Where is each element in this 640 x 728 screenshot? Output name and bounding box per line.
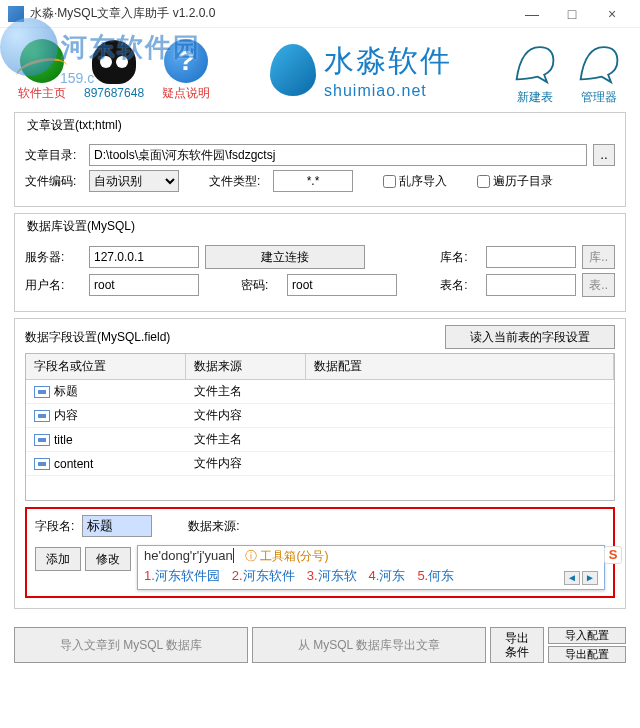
ime-popup: he'dong'r'j'yuan 工具箱(分号) 1.河东软件园2.河东软件3.… bbox=[137, 545, 605, 590]
read-fields-button[interactable]: 读入当前表的字段设置 bbox=[445, 325, 615, 349]
table-row[interactable]: title文件主名 bbox=[26, 428, 614, 452]
dolphin-icon bbox=[576, 35, 622, 87]
field-icon bbox=[34, 434, 50, 446]
table-browse-button[interactable]: 表.. bbox=[582, 273, 615, 297]
brand-url: shuimiao.net bbox=[324, 82, 452, 100]
ime-prev-button[interactable]: ◄ bbox=[564, 571, 580, 585]
table-row[interactable]: 标题文件主名 bbox=[26, 380, 614, 404]
db-settings-group: 数据库设置(MySQL) 服务器: 建立连接 库名: 库.. 用户名: 密码: … bbox=[14, 213, 626, 312]
export-config-button[interactable]: 导出配置 bbox=[548, 646, 626, 663]
toolbar-manager-label: 管理器 bbox=[581, 89, 617, 106]
dolphin-icon bbox=[512, 35, 558, 87]
app-icon bbox=[8, 6, 24, 22]
window-title: 水淼·MySQL文章入库助手 v1.2.0.0 bbox=[30, 5, 512, 22]
fieldname-label: 字段名: bbox=[35, 518, 74, 535]
article-settings-group: 文章设置(txt;html) 文章目录: .. 文件编码: 自动识别 文件类型:… bbox=[14, 112, 626, 207]
minimize-button[interactable]: — bbox=[512, 6, 552, 22]
maximize-button[interactable]: □ bbox=[552, 6, 592, 22]
import-config-button[interactable]: 导入配置 bbox=[548, 627, 626, 644]
table-label: 表名: bbox=[440, 277, 480, 294]
export-articles-button[interactable]: 从 MySQL 数据库导出文章 bbox=[252, 627, 486, 663]
toolbar-qq-label: 897687648 bbox=[84, 86, 144, 100]
toolbar-newtable-label: 新建表 bbox=[517, 89, 553, 106]
col-config[interactable]: 数据配置 bbox=[306, 354, 614, 379]
field-icon bbox=[34, 386, 50, 398]
server-input[interactable] bbox=[89, 246, 199, 268]
random-import-checkbox[interactable]: 乱序导入 bbox=[383, 173, 447, 190]
ime-next-button[interactable]: ► bbox=[582, 571, 598, 585]
connect-button[interactable]: 建立连接 bbox=[205, 245, 365, 269]
field-icon bbox=[34, 410, 50, 422]
toolbar-manager[interactable]: 管理器 bbox=[576, 35, 622, 106]
field-icon bbox=[34, 458, 50, 470]
field-edit-panel: 字段名: 数据来源: 添加 修改 he'dong'r'j'yuan 工具箱(分号… bbox=[25, 507, 615, 598]
ime-candidates: 1.河东软件园2.河东软件3.河东软4.河东5.何东 bbox=[144, 567, 598, 585]
toolbar-help[interactable]: ? 疑点说明 bbox=[162, 39, 210, 102]
qq-icon bbox=[92, 40, 136, 84]
close-button[interactable]: × bbox=[592, 6, 632, 22]
pass-label: 密码: bbox=[241, 277, 281, 294]
toolbar-qq[interactable]: 897687648 bbox=[84, 40, 144, 100]
export-condition-button[interactable]: 导出 条件 bbox=[490, 627, 544, 663]
globe-icon bbox=[20, 39, 64, 83]
drop-icon bbox=[270, 44, 316, 96]
sogou-icon: S bbox=[604, 546, 622, 564]
dir-input[interactable] bbox=[89, 144, 587, 166]
ime-candidate[interactable]: 3.河东软 bbox=[307, 567, 357, 585]
toolbar: 软件主页 897687648 ? 疑点说明 水淼软件 shuimiao.net … bbox=[0, 28, 640, 108]
table-row[interactable]: content文件内容 bbox=[26, 452, 614, 476]
ime-input-text: he'dong'r'j'yuan bbox=[144, 548, 234, 563]
import-articles-button[interactable]: 导入文章到 MySQL 数据库 bbox=[14, 627, 248, 663]
ime-candidate[interactable]: 1.河东软件园 bbox=[144, 567, 220, 585]
field-settings-group: 数据字段设置(MySQL.field) 读入当前表的字段设置 字段名或位置 数据… bbox=[14, 318, 626, 609]
add-button[interactable]: 添加 bbox=[35, 547, 81, 571]
user-input[interactable] bbox=[89, 274, 199, 296]
server-label: 服务器: bbox=[25, 249, 83, 266]
brand: 水淼软件 shuimiao.net bbox=[228, 41, 494, 100]
fieldname-input[interactable] bbox=[82, 515, 152, 537]
title-bar: 水淼·MySQL文章入库助手 v1.2.0.0 — □ × bbox=[0, 0, 640, 28]
toolbar-help-label: 疑点说明 bbox=[162, 85, 210, 102]
toolbar-home[interactable]: 软件主页 bbox=[18, 39, 66, 102]
filetype-input[interactable] bbox=[273, 170, 353, 192]
dbname-browse-button[interactable]: 库.. bbox=[582, 245, 615, 269]
source-label: 数据来源: bbox=[188, 518, 239, 535]
table-header: 字段名或位置 数据来源 数据配置 bbox=[26, 354, 614, 380]
dbname-label: 库名: bbox=[440, 249, 480, 266]
dbname-input[interactable] bbox=[486, 246, 576, 268]
help-icon: ? bbox=[164, 39, 208, 83]
user-label: 用户名: bbox=[25, 277, 83, 294]
col-fieldname[interactable]: 字段名或位置 bbox=[26, 354, 186, 379]
ime-candidate[interactable]: 2.河东软件 bbox=[232, 567, 295, 585]
recurse-checkbox[interactable]: 遍历子目录 bbox=[477, 173, 553, 190]
dir-browse-button[interactable]: .. bbox=[593, 144, 615, 166]
toolbar-newtable[interactable]: 新建表 bbox=[512, 35, 558, 106]
table-row[interactable]: 内容文件内容 bbox=[26, 404, 614, 428]
fields-table: 字段名或位置 数据来源 数据配置 标题文件主名内容文件内容title文件主名co… bbox=[25, 353, 615, 501]
pass-input[interactable] bbox=[287, 274, 397, 296]
ime-candidate[interactable]: 4.河东 bbox=[369, 567, 406, 585]
filetype-label: 文件类型: bbox=[209, 173, 267, 190]
article-settings-title: 文章设置(txt;html) bbox=[25, 117, 124, 134]
modify-button[interactable]: 修改 bbox=[85, 547, 131, 571]
brand-name: 水淼软件 bbox=[324, 41, 452, 82]
db-settings-title: 数据库设置(MySQL) bbox=[25, 218, 137, 235]
dir-label: 文章目录: bbox=[25, 147, 83, 164]
field-settings-title: 数据字段设置(MySQL.field) bbox=[25, 329, 170, 346]
encoding-select[interactable]: 自动识别 bbox=[89, 170, 179, 192]
ime-toolbox-label[interactable]: 工具箱(分号) bbox=[245, 549, 328, 563]
table-input[interactable] bbox=[486, 274, 576, 296]
ime-candidate[interactable]: 5.何东 bbox=[417, 567, 454, 585]
bottom-toolbar: 导入文章到 MySQL 数据库 从 MySQL 数据库导出文章 导出 条件 导入… bbox=[0, 619, 640, 671]
encoding-label: 文件编码: bbox=[25, 173, 83, 190]
col-source[interactable]: 数据来源 bbox=[186, 354, 306, 379]
